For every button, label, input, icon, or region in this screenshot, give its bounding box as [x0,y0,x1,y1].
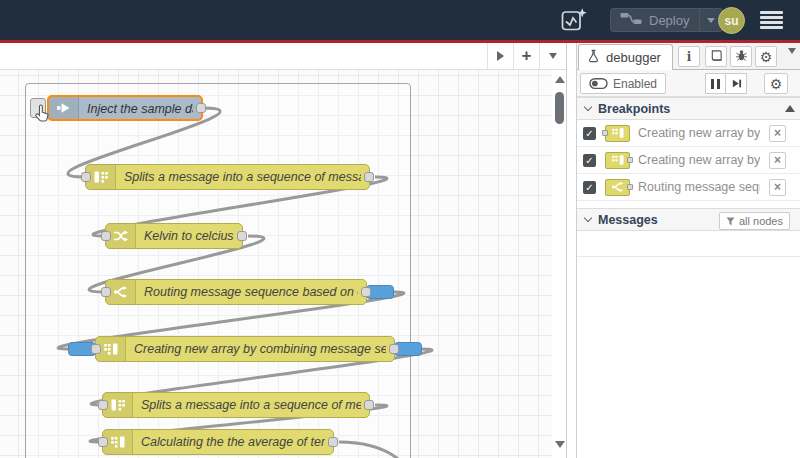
node-switch[interactable]: Routing message sequence based on condit… [105,279,367,305]
output-port-marker [627,184,633,190]
add-flow-button[interactable]: + [513,43,539,69]
breakpoint-label: Routing message sequence based on condit… [638,180,760,194]
switch-node-icon [605,179,630,196]
node-label: Calculating the the average of temperatu… [141,430,325,454]
user-avatar[interactable]: su [718,7,745,34]
node-join-average[interactable]: Calculating the the average of temperatu… [102,429,334,455]
tab-scroll-right-button[interactable] [487,43,513,69]
remove-breakpoint-button[interactable]: × [769,152,786,169]
input-port[interactable] [81,172,91,182]
sidebar-scroll-up-arrow[interactable] [785,105,795,112]
node-label: Creating new array by combining message … [134,337,386,361]
scrollbar-thumb[interactable] [555,92,564,124]
hamburger-icon [760,11,783,14]
canvas-scrollbar [552,70,566,458]
node-label: Routing message sequence based on condit… [144,280,358,304]
breakpoint-row[interactable]: ✓ Creating new array by combining messag… [577,120,800,147]
toggle-on-icon [589,75,608,93]
breakpoint-checkbox[interactable]: ✓ [583,127,596,140]
enabled-label: Enabled [613,77,657,91]
tab-debug-button[interactable] [730,46,752,67]
output-port[interactable] [328,437,338,447]
node-label: Splits a message into a sequence of mess… [124,165,361,189]
gear-icon: ⚙ [760,50,773,64]
output-port[interactable] [361,287,371,297]
wire[interactable] [339,442,423,458]
tab-help-button[interactable] [705,46,727,67]
output-port-marker [627,157,633,163]
scroll-down-arrow[interactable] [555,441,565,448]
chevron-down-icon [707,18,715,23]
ai-assistant-icon[interactable] [560,7,588,34]
pause-icon [711,79,720,89]
debugger-settings-button[interactable]: ⚙ [764,73,788,94]
remove-breakpoint-button[interactable]: × [769,125,786,142]
pause-button[interactable] [705,73,726,94]
breakpoint-checkbox[interactable]: ✓ [583,154,596,167]
breakpoint-label: Creating new array by combining message … [638,126,760,140]
step-button[interactable] [726,73,747,94]
scroll-up-arrow[interactable] [555,76,565,83]
messages-section-header[interactable]: Messages all nodes [577,208,800,231]
debugger-enabled-toggle[interactable]: Enabled [580,73,666,94]
input-port[interactable] [98,400,108,410]
workspace-tabbar: + [0,43,566,70]
cursor-hand-icon [33,104,50,127]
output-port[interactable] [196,103,206,113]
node-change[interactable]: Kelvin to celcius [105,223,243,249]
sidebar-tabbar: debugger i ⚙ [577,43,800,70]
output-port[interactable] [364,172,374,182]
breakpoint-checkbox[interactable]: ✓ [583,181,596,194]
breakpoints-title: Breakpoints [598,102,670,116]
input-port[interactable] [101,287,111,297]
input-port[interactable] [98,437,108,447]
node-inject[interactable]: Inject the sample data [47,95,203,121]
main-menu-button[interactable] [760,11,783,29]
remove-breakpoint-button[interactable]: × [769,179,786,196]
breakpoint-label: Creating new array by combining message … [638,153,760,167]
main-header: Deploy su [0,0,800,40]
flask-icon [587,49,600,67]
arrow-right-icon [497,51,504,61]
join-node-icon [605,125,630,142]
tab-info-button[interactable]: i [678,46,700,67]
plus-icon: + [522,47,532,64]
node-split[interactable]: Splits a message into a sequence of mess… [102,392,370,418]
breakpoint-row[interactable]: ✓ Creating new array by combining messag… [577,147,800,174]
chevron-down-icon [788,48,796,71]
input-port[interactable] [101,231,111,241]
output-port[interactable] [364,400,374,410]
inject-icon [49,97,79,119]
deploy-label: Deploy [649,13,689,28]
join-node-icon [605,152,630,169]
breakpoints-section-header[interactable]: Breakpoints [577,97,800,120]
funnel-icon [726,212,735,230]
input-port[interactable] [91,344,101,354]
flow-canvas[interactable]: Inject the sample data Splits a message … [0,70,552,458]
deploy-node-icon [620,11,642,29]
node-split[interactable]: Splits a message into a sequence of mess… [85,164,370,190]
deploy-button[interactable]: Deploy [610,8,723,32]
message-filter-button[interactable]: all nodes [719,212,790,230]
gear-icon: ⚙ [770,77,783,91]
output-port[interactable] [237,231,247,241]
flow-list-button[interactable] [539,43,565,69]
node-label: Kelvin to celcius [144,224,234,248]
node-join[interactable]: Creating new array by combining message … [95,336,395,362]
messages-empty-area [577,231,800,257]
node-red-app: Deploy su + [0,0,800,458]
node-label: Splits a message into a sequence of mess… [141,393,361,417]
breakpoint-row[interactable]: ✓ Routing message sequence based on cond… [577,174,800,201]
tab-debugger-label: debugger [606,50,661,65]
messages-title: Messages [598,213,658,227]
info-icon: i [687,50,692,64]
output-port[interactable] [389,344,399,354]
debugger-toolbar: Enabled ⚙ [577,70,800,97]
tab-config-button[interactable]: ⚙ [755,46,777,67]
sidebar: debugger i ⚙ [577,43,800,458]
node-label: Inject the sample data [87,97,193,121]
sidebar-splitter[interactable] [566,43,577,458]
chevron-down-icon [549,53,557,59]
tab-debugger[interactable]: debugger [578,44,673,70]
chevron-down-icon [584,214,592,222]
